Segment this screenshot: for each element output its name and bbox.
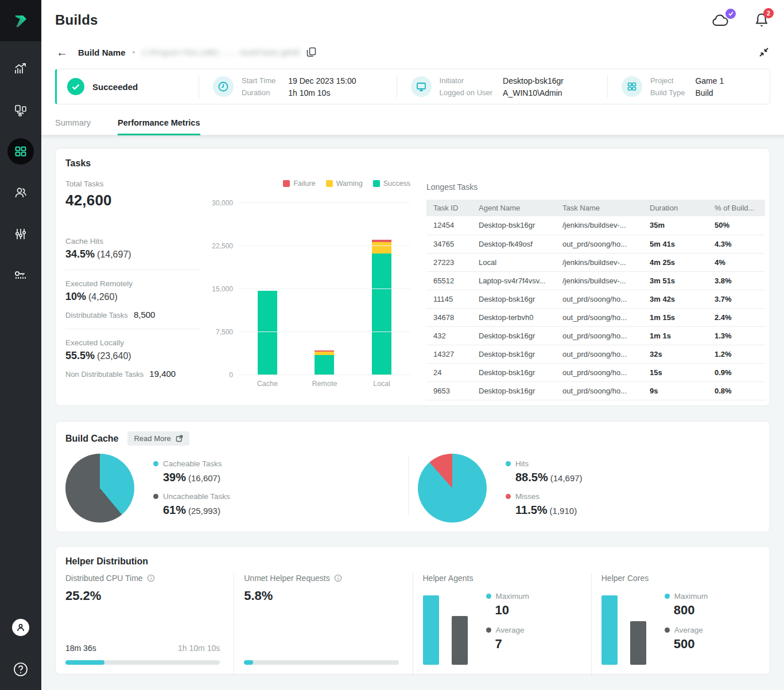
bar-segment-warning bbox=[372, 242, 391, 254]
table-row[interactable]: 12454Desktop-bsk16gr/jenkins/buildsev-..… bbox=[426, 216, 765, 235]
table-row[interactable]: 34678Desktop-terbvh0out_prd/soong/ho...1… bbox=[426, 308, 765, 326]
executed-locally-label: Executed Locally bbox=[65, 338, 212, 347]
total-tasks-label: Total Tasks bbox=[65, 180, 212, 188]
settings-sliders-icon bbox=[13, 227, 28, 241]
build-status-bar: Succeeded Start Time 19 Dec 2023 15:00 D… bbox=[55, 69, 770, 104]
tasks-stacked-bar-chart: FailureWarningSuccess 07,50015,00022,500… bbox=[212, 158, 410, 406]
distributed-cpu-column: Distributed CPU Time 25.2% 18m 36s 1h 10… bbox=[56, 574, 234, 676]
minibar-average bbox=[630, 621, 646, 665]
sidebar-item-builds[interactable] bbox=[0, 131, 41, 172]
helper-agents-label: Helper Agents bbox=[423, 574, 577, 583]
content-area: Tasks Total Tasks 42,600 Cache Hits 34.5… bbox=[41, 135, 784, 690]
helper-cores-column: Helper Cores Maximum 800 Average 500 bbox=[592, 574, 770, 676]
separator-dot: • bbox=[133, 48, 135, 57]
table-row[interactable]: 11145Desktop-bsk16grout_prd/soong/ho...3… bbox=[426, 290, 765, 308]
uncacheable-label: Uncacheable Tasks bbox=[153, 492, 230, 501]
hits-pie-chart bbox=[418, 454, 487, 523]
copy-icon bbox=[306, 47, 316, 57]
cores-average-label: Average bbox=[665, 626, 708, 634]
sidebar-item-settings[interactable] bbox=[0, 213, 41, 255]
field-label: Build Type bbox=[650, 88, 685, 98]
gridline bbox=[239, 289, 410, 289]
build-name-row: ← Build Name • C:\Program Files (x86)\ .… bbox=[41, 40, 784, 64]
minibar-maximum bbox=[601, 595, 618, 665]
collapse-button[interactable] bbox=[759, 47, 769, 57]
cache-hits-value: 34.5%(14,697) bbox=[65, 248, 212, 260]
table-row[interactable]: 24Desktop-bsk16grout_prd/soong/ho...15s0… bbox=[426, 363, 765, 381]
cacheable-pie-chart bbox=[65, 454, 134, 523]
field-value: Game 1 bbox=[695, 76, 724, 85]
table-row[interactable]: 65512Laptop-sv4r7f4vsv.../jenkins/builds… bbox=[426, 271, 765, 290]
table-row[interactable]: 27223Local/jenkins/buildsev-...4m 25s4% bbox=[426, 253, 765, 271]
gridline bbox=[239, 332, 410, 332]
table-row[interactable]: 9653Desktop-bsk16grout_prd/soong/ho...9s… bbox=[426, 381, 765, 400]
tab-summary[interactable]: Summary bbox=[55, 112, 91, 135]
info-icon[interactable] bbox=[334, 574, 342, 582]
legend-item-failure: Failure bbox=[283, 179, 315, 188]
gridline bbox=[239, 375, 410, 375]
table-row[interactable]: 432Desktop-bsk16grout_prd/soong/ho...1m … bbox=[426, 326, 765, 345]
active-nav-highlight bbox=[7, 138, 34, 165]
bar-cache bbox=[258, 291, 277, 375]
table-row[interactable]: 14327Desktop-bsk16grout_prd/soong/ho...3… bbox=[426, 345, 765, 363]
build-name-label: Build Name bbox=[78, 48, 126, 57]
build-cache-title: Build Cache bbox=[65, 434, 118, 444]
agents-distribution-icon bbox=[13, 103, 28, 118]
helper-agents-bars bbox=[423, 595, 468, 665]
tab-performance-metrics[interactable]: Performance Metrics bbox=[118, 112, 200, 135]
help-icon[interactable] bbox=[13, 661, 29, 677]
cloud-status-button[interactable] bbox=[712, 13, 731, 28]
top-header: Builds 2 bbox=[41, 0, 784, 40]
sidebar-item-users[interactable] bbox=[0, 172, 41, 213]
tasks-chart-legend: FailureWarningSuccess bbox=[212, 179, 410, 188]
sidebar-item-agents[interactable] bbox=[0, 89, 41, 131]
sidebar-item-dashboard[interactable] bbox=[0, 48, 41, 89]
build-cache-card: Build Cache Read More Cacheable Tasks 39… bbox=[55, 421, 770, 532]
bar-segment-success bbox=[315, 355, 334, 375]
y-tick-label: 0 bbox=[229, 371, 233, 379]
col-pct-of-build[interactable]: % of Build... bbox=[708, 200, 765, 216]
col-agent-name[interactable]: Agent Name bbox=[472, 200, 556, 216]
col-duration[interactable]: Duration bbox=[643, 200, 708, 216]
sidebar-item-license[interactable] bbox=[0, 255, 41, 296]
table-row[interactable]: 34765Desktop-fk49osfout_prd/soong/ho...5… bbox=[426, 235, 765, 253]
hits-section: Hits 88.5%(14,697) Misses 11.5%(1,910) bbox=[409, 454, 760, 523]
tasks-chart-yaxis: 07,50015,00022,50030,000 bbox=[212, 203, 239, 375]
clock-icon bbox=[213, 76, 234, 97]
user-avatar[interactable] bbox=[12, 619, 29, 636]
field-value: 1h 10m 10s bbox=[288, 88, 356, 98]
user-avatar-icon bbox=[15, 622, 26, 633]
sidebar-nav bbox=[0, 41, 41, 296]
tasks-chart-xlabels: CacheRemoteLocal bbox=[239, 380, 410, 388]
tasks-chart-plot bbox=[239, 203, 410, 375]
x-tick-label: Local bbox=[364, 380, 399, 388]
info-icon[interactable] bbox=[147, 574, 155, 582]
distributed-cpu-label: Distributed CPU Time bbox=[65, 574, 220, 583]
legend-item-warning: Warning bbox=[326, 179, 363, 188]
field-value: Build bbox=[695, 88, 724, 98]
read-more-button[interactable]: Read More bbox=[127, 431, 189, 446]
bar-remote bbox=[315, 350, 334, 375]
field-label: Initiator bbox=[440, 76, 493, 85]
field-value: 19 Dec 2023 15:00 bbox=[288, 76, 356, 85]
tasks-chart-bars bbox=[239, 203, 410, 375]
users-icon bbox=[13, 185, 28, 200]
gridline bbox=[239, 245, 410, 246]
field-value: A_WIN10\Admin bbox=[503, 88, 564, 98]
col-task-id[interactable]: Task ID bbox=[426, 200, 472, 216]
field-label: Logged on User bbox=[440, 88, 493, 98]
col-task-name[interactable]: Task Name bbox=[556, 200, 643, 216]
notifications-button[interactable]: 2 bbox=[754, 12, 769, 28]
distributed-cpu-value: 25.2% bbox=[65, 588, 220, 603]
field-label: Duration bbox=[242, 88, 275, 98]
app-logo[interactable] bbox=[0, 0, 41, 41]
copy-path-button[interactable] bbox=[306, 47, 316, 57]
initiator-field-group: Initiator Desktop-bsk16gr Logged on User… bbox=[397, 76, 577, 98]
unmet-requests-value: 5.8% bbox=[244, 588, 398, 603]
gridline bbox=[239, 202, 410, 203]
misses-value: 11.5%(1,910) bbox=[515, 504, 583, 517]
field-label: Start Time bbox=[242, 76, 275, 85]
dashboard-chart-icon bbox=[13, 61, 28, 76]
status-text: Succeeded bbox=[92, 82, 138, 92]
back-button[interactable]: ← bbox=[56, 46, 68, 58]
